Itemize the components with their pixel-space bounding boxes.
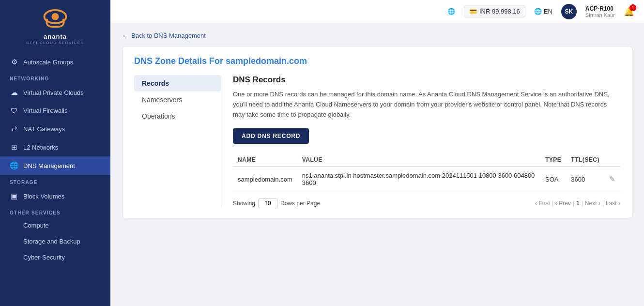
main-area: 🌐 💳 INR 99,998.16 🌐 EN SK ACP-R100 Simra… [110, 0, 644, 306]
firewall-icon: 🛡 [10, 107, 18, 115]
sidebar-item-label: L2 Networks [23, 144, 58, 151]
balance-icon: 💳 [469, 8, 477, 15]
col-name: NAME [233, 153, 297, 167]
balance-value: INR 99,998.16 [479, 8, 520, 15]
sidebar: ananta STPI CLOUD SERVICES ⚙ Autoscale G… [0, 0, 110, 306]
edit-icon[interactable]: ✎ [609, 175, 615, 183]
sep3: | [582, 200, 583, 207]
sidebar-item-cyber-security[interactable]: Cyber-Security [0, 249, 110, 265]
sidebar-item-storage-backup[interactable]: Storage and Backup [0, 233, 110, 249]
l2-icon: ⊞ [10, 143, 18, 152]
prev-page-btn[interactable]: ‹ Prev [555, 200, 571, 207]
sidebar-item-dns-management[interactable]: 🌐 DNS Management [0, 156, 110, 175]
vpc-icon: ☁ [10, 88, 18, 97]
sidebar-item-l2-networks[interactable]: ⊞ L2 Networks [0, 138, 110, 156]
showing-label: Showing [233, 200, 255, 207]
dns-records-title: DNS Records [233, 75, 620, 85]
cell-name: sampledomain.com [233, 167, 297, 192]
page-title-prefix: DNS Zone Details For [134, 56, 226, 66]
brand-name: ananta [44, 33, 67, 40]
page-nav: ‹ First | ‹ Prev | 1 | Next › | Last › [535, 200, 620, 207]
cell-ttl: 3600 [566, 167, 604, 192]
logo: ananta STPI CLOUD SERVICES [0, 0, 110, 53]
cell-edit[interactable]: ✎ [604, 167, 620, 192]
avatar: SK [561, 4, 577, 19]
back-arrow-icon: ← [122, 32, 128, 39]
user-sub: Simran Kaur [585, 12, 615, 18]
sidebar-item-nat-gateways[interactable]: ⇄ NAT Gateways [0, 120, 110, 138]
sep4: | [602, 200, 604, 207]
sidebar-item-vpc[interactable]: ☁ Virtual Private Clouds [0, 83, 110, 102]
section-label-networking: Networking [0, 71, 110, 83]
content-area: ← Back to DNS Management DNS Zone Detail… [110, 23, 644, 306]
right-content: DNS Records One or more DNS records can … [221, 75, 620, 208]
notification-badge: 1 [629, 4, 636, 11]
block-icon: ▣ [10, 192, 18, 200]
domain-name: sampledomain.com [226, 56, 307, 66]
globe-btn[interactable]: 🌐 [447, 8, 455, 15]
pagination-row: Showing 10 Rows per Page ‹ First | ‹ Pre… [233, 199, 620, 208]
dns-icon: 🌐 [10, 161, 18, 170]
col-ttl: TTL(sec) [566, 153, 604, 167]
nav-item-records[interactable]: Records [134, 75, 221, 92]
rows-per-page-input[interactable]: 10 [258, 199, 277, 208]
back-link[interactable]: ← Back to DNS Management [122, 32, 632, 39]
top-header: 🌐 💳 INR 99,998.16 🌐 EN SK ACP-R100 Simra… [110, 0, 644, 23]
nav-item-nameservers[interactable]: Nameservers [134, 92, 221, 108]
globe-icon: 🌐 [447, 8, 455, 15]
rows-per-page: Showing 10 Rows per Page [233, 199, 320, 208]
sidebar-item-block-volumes[interactable]: ▣ Block Volumes [0, 187, 110, 205]
dns-records-table: NAME VALUE TYPE TTL(sec) sampledomain.co… [233, 153, 620, 192]
sidebar-item-label: Virtual Private Clouds [23, 89, 84, 96]
table-row: sampledomain.com ns1.ananta.stpi.in host… [233, 167, 620, 192]
lang-icon: 🌐 [534, 8, 542, 15]
sidebar-item-autoscale[interactable]: ⚙ Autoscale Groups [0, 53, 110, 71]
cell-value: ns1.ananta.stpi.in hostmaster.sampledoma… [297, 167, 540, 192]
sep2: | [573, 200, 574, 207]
two-col-layout: Records Nameservers Operations DNS Recor… [134, 75, 620, 208]
dns-records-desc: One or more DNS records can be managed f… [233, 90, 620, 120]
user-info: ACP-R100 Simran Kaur [585, 5, 615, 18]
nav-item-operations[interactable]: Operations [134, 108, 221, 124]
cell-type: SOA [540, 167, 566, 192]
lang-label: EN [544, 8, 552, 15]
sidebar-item-compute[interactable]: Compute [0, 217, 110, 233]
section-label-other: Other Services [0, 205, 110, 217]
section-label-storage: Storage [0, 175, 110, 187]
autoscale-icon: ⚙ [10, 58, 18, 66]
col-actions [604, 153, 620, 167]
back-link-label: Back to DNS Management [131, 32, 206, 39]
user-name: ACP-R100 [585, 5, 615, 12]
last-page-btn[interactable]: Last › [606, 200, 620, 207]
current-page: 1 [576, 200, 580, 207]
balance-display: 💳 INR 99,998.16 [464, 5, 525, 17]
page-title: DNS Zone Details For sampledomain.com [134, 56, 620, 66]
brand-tagline: STPI CLOUD SERVICES [26, 41, 84, 45]
next-page-btn[interactable]: Next › [585, 200, 600, 207]
language-selector[interactable]: 🌐 EN [534, 8, 552, 15]
first-page-btn[interactable]: ‹ First [535, 200, 550, 207]
left-nav: Records Nameservers Operations [134, 75, 221, 208]
sidebar-item-label: NAT Gateways [23, 125, 65, 133]
sidebar-item-label: Virtual Firewalls [23, 107, 68, 114]
add-dns-record-button[interactable]: ADD DNS RECORD [233, 128, 309, 144]
svg-point-1 [52, 13, 59, 20]
notification-btn[interactable]: 🔔 1 [624, 6, 634, 17]
sidebar-item-firewalls[interactable]: 🛡 Virtual Firewalls [0, 102, 110, 120]
per-page-label: Rows per Page [280, 200, 320, 207]
nat-icon: ⇄ [10, 124, 18, 133]
page-card: DNS Zone Details For sampledomain.com Re… [122, 46, 632, 218]
col-type: TYPE [540, 153, 566, 167]
sidebar-item-label: Autoscale Groups [23, 59, 73, 66]
sidebar-item-label: DNS Management [23, 162, 75, 169]
sep1: | [552, 200, 553, 207]
col-value: VALUE [297, 153, 540, 167]
sidebar-item-label: Block Volumes [23, 193, 64, 200]
